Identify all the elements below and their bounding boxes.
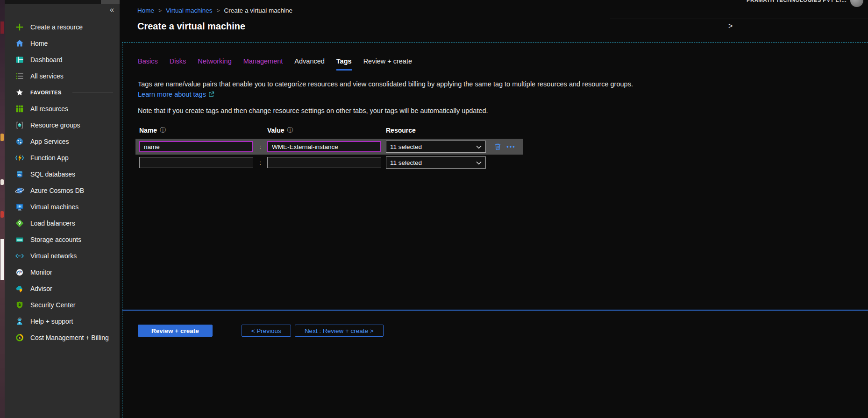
sidebar-item-cost-management-billing[interactable]: $ Cost Management + Billing bbox=[5, 329, 120, 346]
delete-tag-button[interactable] bbox=[492, 142, 503, 151]
chevron-down-icon bbox=[476, 159, 482, 166]
sidebar-item-dashboard[interactable]: Dashboard bbox=[5, 51, 120, 68]
tab-advanced[interactable]: Advanced bbox=[294, 57, 325, 71]
colon-separator: : bbox=[253, 159, 267, 166]
sql-database-icon: SQL bbox=[15, 170, 24, 179]
tag-value-input[interactable] bbox=[267, 141, 381, 152]
breadcrumb-separator: > bbox=[217, 7, 220, 14]
grid-icon bbox=[15, 104, 24, 113]
sidebar-item-label: Storage accounts bbox=[30, 236, 81, 243]
dashboard-icon bbox=[15, 55, 24, 64]
tag-row-1: : 11 selected ••• bbox=[135, 139, 523, 155]
sidebar-item-security-center[interactable]: Security Center bbox=[5, 297, 120, 313]
account-avatar[interactable] bbox=[850, 0, 863, 7]
cost-management-icon: $ bbox=[15, 333, 24, 342]
external-link-icon bbox=[208, 90, 214, 100]
list-icon bbox=[15, 71, 24, 81]
app-services-icon bbox=[15, 137, 24, 146]
sidebar-item-help-support[interactable]: Help + support bbox=[5, 313, 120, 329]
name-info-icon[interactable]: ⓘ bbox=[160, 126, 166, 135]
breadcrumb-current: Create a virtual machine bbox=[224, 7, 292, 14]
colon-separator: : bbox=[253, 143, 267, 150]
topbar-hairline bbox=[610, 19, 868, 19]
shield-lock-icon bbox=[15, 300, 24, 310]
tenant-name[interactable]: PRAMATH TECHNOLOGIES PVT LT... bbox=[747, 0, 847, 3]
tag-value-input-empty[interactable] bbox=[267, 157, 381, 168]
advisor-icon bbox=[15, 284, 24, 293]
breadcrumb-separator: > bbox=[158, 7, 162, 14]
tag-name-input[interactable] bbox=[139, 141, 253, 152]
sidebar-item-load-balancers[interactable]: Load balancers bbox=[5, 215, 120, 231]
breadcrumb-home-link[interactable]: Home bbox=[137, 7, 154, 14]
sidebar-item-storage-accounts[interactable]: Storage accounts bbox=[5, 231, 120, 248]
page-title: Create a virtual machine bbox=[137, 21, 245, 32]
sidebar-item-label: Help + support bbox=[30, 318, 73, 325]
sidebar-item-function-app[interactable]: Function App bbox=[5, 149, 120, 166]
main-area: Home > Virtual machines > Create a virtu… bbox=[120, 0, 868, 418]
resource-group-icon bbox=[15, 120, 24, 130]
function-app-icon bbox=[15, 153, 24, 163]
favorites-label: FAVORITES bbox=[30, 90, 62, 95]
sidebar-item-label: All services bbox=[30, 72, 64, 80]
tag-row-2: : 11 selected bbox=[135, 155, 523, 170]
create-vm-blade: Basics Disks Networking Management Advan… bbox=[122, 42, 868, 418]
value-info-icon[interactable]: ⓘ bbox=[287, 126, 293, 135]
virtual-network-icon bbox=[15, 251, 24, 261]
tab-management[interactable]: Management bbox=[243, 57, 283, 71]
virtual-machine-icon bbox=[15, 202, 24, 212]
sidebar-item-all-resources[interactable]: All resources bbox=[5, 100, 120, 117]
tags-table: Nameⓘ Valueⓘ Resource : 11 selected bbox=[135, 124, 523, 170]
plus-icon bbox=[15, 22, 24, 32]
tab-review-create[interactable]: Review + create bbox=[363, 57, 412, 71]
column-name-label: Name bbox=[139, 127, 157, 134]
sidebar-item-advisor[interactable]: Advisor bbox=[5, 280, 120, 297]
monitor-gauge-icon bbox=[15, 268, 24, 277]
sidebar-item-monitor[interactable]: Monitor bbox=[5, 264, 120, 280]
sidebar-item-label: Azure Cosmos DB bbox=[30, 187, 84, 194]
resource-dropdown-value: 11 selected bbox=[390, 159, 422, 166]
tags-note: Note that if you create tags and then ch… bbox=[138, 107, 488, 114]
tab-disks[interactable]: Disks bbox=[170, 57, 186, 71]
sidebar-item-app-services[interactable]: App Services bbox=[5, 133, 120, 149]
resource-dropdown-2[interactable]: 11 selected bbox=[386, 156, 486, 169]
wallpaper-fragment bbox=[0, 211, 4, 218]
previous-button[interactable]: < Previous bbox=[242, 325, 291, 337]
sidebar-favorites-header: FAVORITES bbox=[5, 84, 120, 100]
row-more-options-button[interactable]: ••• bbox=[503, 143, 519, 150]
sidebar-item-label: Dashboard bbox=[30, 56, 63, 64]
sidebar-item-label: Monitor bbox=[30, 269, 52, 276]
wallpaper-fragment bbox=[0, 179, 4, 185]
column-resource-label: Resource bbox=[386, 127, 416, 134]
sidebar: « Create a resource Home Dashboard bbox=[5, 0, 120, 418]
sidebar-item-create-a-resource[interactable]: Create a resource bbox=[5, 19, 120, 35]
sidebar-item-label: Advisor bbox=[30, 285, 52, 292]
sidebar-item-virtual-networks[interactable]: Virtual networks bbox=[5, 248, 120, 264]
sidebar-item-home[interactable]: Home bbox=[5, 35, 120, 51]
learn-more-about-tags-link[interactable]: Learn more about tags bbox=[138, 91, 206, 98]
sidebar-item-azure-cosmos-db[interactable]: Azure Cosmos DB bbox=[5, 182, 120, 198]
sidebar-item-resource-groups[interactable]: Resource groups bbox=[5, 117, 120, 133]
sidebar-item-all-services[interactable]: All services bbox=[5, 68, 120, 84]
sidebar-collapse-button[interactable]: « bbox=[110, 6, 114, 14]
tab-basics[interactable]: Basics bbox=[138, 57, 158, 71]
storage-account-icon bbox=[15, 235, 24, 244]
cosmos-db-icon bbox=[15, 186, 24, 195]
tag-name-input-empty[interactable] bbox=[139, 157, 253, 168]
home-icon bbox=[15, 39, 24, 48]
tags-table-header: Nameⓘ Valueⓘ Resource bbox=[135, 124, 523, 137]
tags-description: Tags are name/value pairs that enable yo… bbox=[138, 79, 646, 100]
sidebar-item-sql-databases[interactable]: SQL SQL databases bbox=[5, 166, 120, 182]
resource-dropdown[interactable]: 11 selected bbox=[386, 141, 486, 153]
wallpaper-fragment bbox=[0, 134, 4, 141]
sidebar-item-label: Virtual networks bbox=[30, 252, 77, 260]
review-create-button[interactable]: Review + create bbox=[138, 325, 213, 337]
blade-expand-chevron[interactable]: > bbox=[728, 22, 733, 30]
sidebar-item-label: Function App bbox=[30, 154, 69, 162]
sidebar-item-virtual-machines[interactable]: Virtual machines bbox=[5, 198, 120, 215]
tab-tags[interactable]: Tags bbox=[336, 57, 352, 71]
breadcrumb-virtual-machines-link[interactable]: Virtual machines bbox=[166, 7, 213, 14]
column-value-label: Value bbox=[267, 127, 285, 134]
tab-networking[interactable]: Networking bbox=[198, 57, 232, 71]
favorites-divider bbox=[72, 92, 113, 92]
next-button[interactable]: Next : Review + create > bbox=[295, 325, 384, 337]
